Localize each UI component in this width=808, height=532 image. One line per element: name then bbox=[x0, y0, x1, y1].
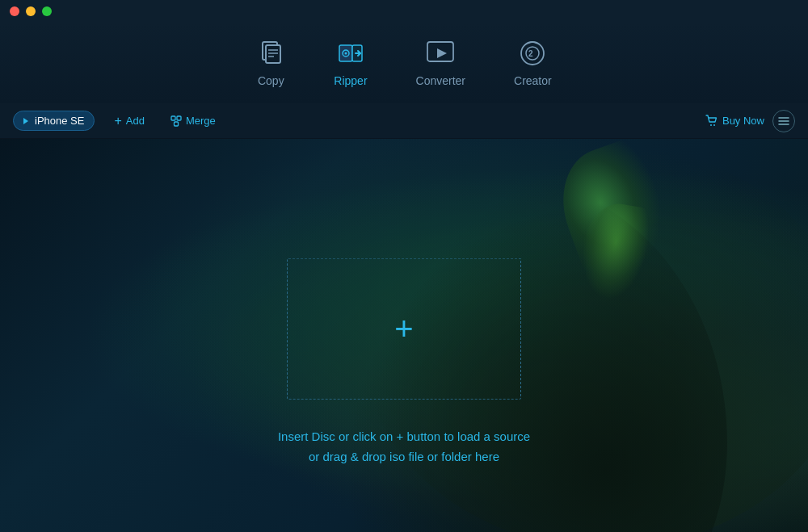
device-label: iPhone SE bbox=[35, 115, 84, 127]
merge-icon bbox=[170, 115, 182, 127]
svg-rect-16 bbox=[174, 122, 178, 126]
device-arrow-icon bbox=[23, 118, 28, 124]
title-bar bbox=[0, 0, 808, 23]
add-button[interactable]: + Add bbox=[107, 111, 150, 131]
nav-creator-label: Creator bbox=[514, 74, 552, 87]
svg-text:2: 2 bbox=[528, 49, 533, 58]
buy-now-button[interactable]: Buy Now bbox=[705, 115, 764, 128]
svg-marker-10 bbox=[437, 48, 447, 58]
nav-ripper-label: Ripper bbox=[334, 74, 367, 87]
nav-copy[interactable]: Copy bbox=[256, 39, 285, 87]
buy-now-label: Buy Now bbox=[722, 115, 764, 127]
main-content: + Insert Disc or click on + button to lo… bbox=[0, 139, 808, 532]
menu-button[interactable] bbox=[772, 110, 795, 132]
converter-icon bbox=[426, 39, 455, 68]
nav-converter[interactable]: Converter bbox=[416, 39, 465, 87]
svg-rect-14 bbox=[171, 116, 175, 120]
cart-icon bbox=[705, 115, 718, 128]
add-label: Add bbox=[126, 115, 145, 127]
merge-label: Merge bbox=[186, 115, 216, 127]
nav-converter-label: Converter bbox=[416, 74, 465, 87]
device-selector[interactable]: iPhone SE bbox=[13, 111, 95, 131]
drop-line2: or drag & drop iso file or folder here bbox=[278, 446, 530, 467]
toolbar: iPhone SE + Add Merge Buy Now bbox=[0, 103, 808, 139]
maximize-button[interactable] bbox=[42, 6, 52, 16]
ripper-icon bbox=[336, 39, 365, 68]
drop-line1: Insert Disc or click on + button to load… bbox=[278, 425, 530, 446]
creator-icon: 2 bbox=[518, 39, 547, 68]
nav-copy-label: Copy bbox=[258, 74, 284, 87]
svg-rect-15 bbox=[177, 116, 181, 120]
nav-creator[interactable]: 2 Creator bbox=[514, 39, 552, 87]
toolbar-right: Buy Now bbox=[705, 110, 795, 132]
svg-point-8 bbox=[344, 52, 347, 55]
plus-icon: + bbox=[394, 312, 413, 345]
merge-button[interactable]: Merge bbox=[164, 111, 222, 130]
minimize-button[interactable] bbox=[26, 6, 36, 16]
nav-ripper[interactable]: Ripper bbox=[334, 39, 367, 87]
svg-rect-1 bbox=[266, 45, 280, 63]
svg-point-18 bbox=[713, 124, 715, 126]
drop-zone[interactable]: + Insert Disc or click on + button to lo… bbox=[287, 258, 521, 399]
add-icon: + bbox=[114, 115, 121, 128]
svg-point-17 bbox=[710, 124, 712, 126]
nav-bar: Copy Ripper Converter bbox=[0, 23, 808, 103]
copy-icon bbox=[256, 39, 285, 68]
close-button[interactable] bbox=[10, 6, 19, 16]
drop-instructions: Insert Disc or click on + button to load… bbox=[278, 425, 530, 467]
